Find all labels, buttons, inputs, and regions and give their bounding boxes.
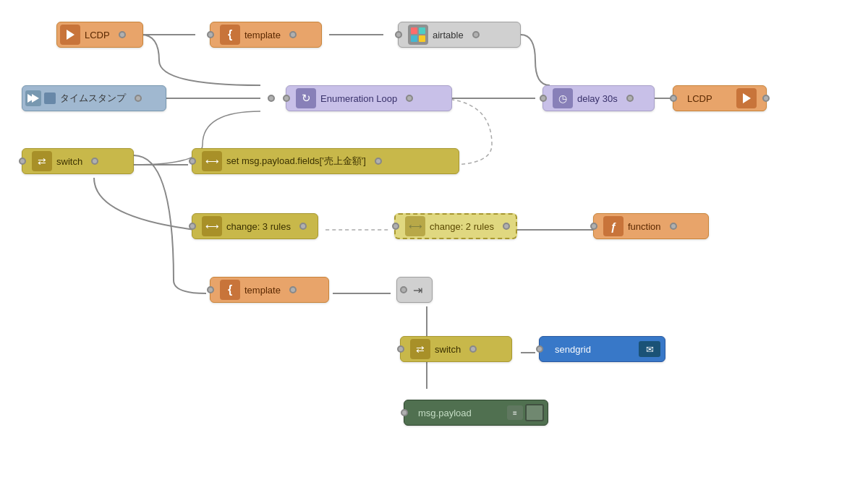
- node-enum-loop[interactable]: ↻ Enumeration Loop: [286, 85, 452, 111]
- airtable1-icon: [408, 25, 428, 45]
- function1-port-right[interactable]: [670, 223, 677, 230]
- msg-payload-label: msg.payload: [411, 408, 507, 418]
- change2-label: change: 2 rules: [428, 221, 500, 232]
- node-set-msg[interactable]: ⟷ set msg.payload.fields['売上金額']: [192, 148, 459, 174]
- set-msg-port-right[interactable]: [375, 158, 382, 165]
- set-msg-port-left[interactable]: [189, 158, 196, 165]
- msg-payload-port-left[interactable]: [401, 409, 408, 416]
- node-switch2[interactable]: ⇄ switch: [400, 336, 512, 362]
- svg-rect-1: [419, 27, 425, 34]
- delay30s-label: delay 30s: [576, 93, 624, 104]
- switch2-port-left[interactable]: [397, 345, 404, 353]
- sendgrid1-label: sendgrid: [546, 344, 639, 355]
- change2-icon: ⟷: [405, 216, 425, 236]
- svg-rect-0: [411, 27, 417, 34]
- node-switch1[interactable]: ⇄ switch: [22, 148, 134, 174]
- enum-loop-port-left[interactable]: [283, 95, 290, 102]
- delay30s-port-left[interactable]: [540, 95, 547, 102]
- function1-port-left[interactable]: [590, 223, 597, 230]
- node-lcdp1[interactable]: LCDP: [56, 22, 143, 48]
- switch2-icon: ⇄: [410, 339, 430, 359]
- node-gray1[interactable]: ⇥: [396, 277, 433, 303]
- airtable1-port-right[interactable]: [472, 31, 480, 38]
- delay30s-icon: ◷: [553, 88, 573, 108]
- function1-label: function: [626, 221, 667, 232]
- node-change2[interactable]: ⟷ change: 2 rules: [394, 213, 517, 239]
- template2-label: template: [243, 285, 286, 296]
- change2-port-right[interactable]: [503, 223, 510, 230]
- node-change3[interactable]: ⟷ change: 3 rules: [192, 213, 318, 239]
- change3-label: change: 3 rules: [225, 221, 297, 232]
- msg-payload-icons: ≡: [507, 404, 544, 421]
- lcdp1-label: LCDP: [83, 30, 116, 40]
- timestamp1-label: タイムスタンプ: [59, 92, 132, 105]
- switch1-port-left[interactable]: [19, 158, 26, 165]
- timestamp1-port-right[interactable]: [135, 95, 142, 102]
- timestamp1-square: [44, 93, 56, 104]
- template1-icon: {: [220, 25, 240, 45]
- node-sendgrid1[interactable]: sendgrid ✉: [539, 336, 665, 362]
- switch2-port-right[interactable]: [469, 345, 477, 353]
- flow-canvas: LCDP { template airtable タイムスタンプ: [0, 0, 868, 503]
- template1-label: template: [243, 30, 286, 40]
- enum-loop-port-right[interactable]: [406, 95, 413, 102]
- template1-port-left[interactable]: [207, 31, 214, 38]
- node-template1[interactable]: { template: [210, 22, 322, 48]
- switch2-label: switch: [433, 344, 467, 355]
- lcdp2-port-right[interactable]: [762, 95, 770, 102]
- airtable1-label: airtable: [431, 30, 469, 40]
- sendgrid1-port-left[interactable]: [536, 345, 543, 353]
- lcdp2-icon: [736, 88, 757, 108]
- connector-enum: [260, 91, 282, 106]
- change3-icon: ⟷: [202, 216, 222, 236]
- switch1-port-right[interactable]: [91, 158, 98, 165]
- node-function1[interactable]: ƒ function: [593, 213, 709, 239]
- timestamp1-icon: [25, 90, 41, 106]
- set-msg-label: set msg.payload.fields['売上金額']: [225, 155, 372, 168]
- lcdp2-label: LCDP: [680, 93, 718, 104]
- set-msg-icon: ⟷: [202, 151, 222, 171]
- node-timestamp1[interactable]: タイムスタンプ: [22, 85, 166, 111]
- template2-icon: {: [220, 280, 240, 300]
- gray1-port-left[interactable]: [400, 286, 407, 293]
- function1-icon: ƒ: [603, 216, 624, 236]
- enum-loop-label: Enumeration Loop: [319, 93, 403, 104]
- lcdp1-icon: [60, 25, 80, 45]
- switch1-label: switch: [55, 156, 88, 167]
- connections-svg: [0, 0, 868, 503]
- lcdp1-port-right[interactable]: [119, 31, 126, 38]
- gray1-icon: ⇥: [413, 283, 422, 297]
- change2-port-left[interactable]: [392, 223, 399, 230]
- node-delay30s[interactable]: ◷ delay 30s: [542, 85, 655, 111]
- change3-port-right[interactable]: [299, 223, 307, 230]
- node-template2[interactable]: { template: [210, 277, 329, 303]
- enum-loop-icon: ↻: [296, 88, 316, 108]
- template2-port-right[interactable]: [289, 286, 297, 293]
- switch1-icon: ⇄: [32, 151, 52, 171]
- change3-port-left[interactable]: [189, 223, 196, 230]
- lcdp2-port-left[interactable]: [670, 95, 677, 102]
- svg-rect-3: [419, 35, 425, 42]
- template1-port-right[interactable]: [289, 31, 297, 38]
- template2-port-left[interactable]: [207, 286, 214, 293]
- node-airtable1[interactable]: airtable: [398, 22, 521, 48]
- delay30s-port-right[interactable]: [626, 95, 634, 102]
- airtable1-port-left[interactable]: [395, 31, 402, 38]
- node-lcdp2[interactable]: LCDP: [673, 85, 767, 111]
- svg-rect-2: [411, 35, 417, 42]
- node-msg-payload[interactable]: msg.payload ≡: [404, 400, 548, 426]
- sendgrid1-icon: ✉: [639, 341, 660, 357]
